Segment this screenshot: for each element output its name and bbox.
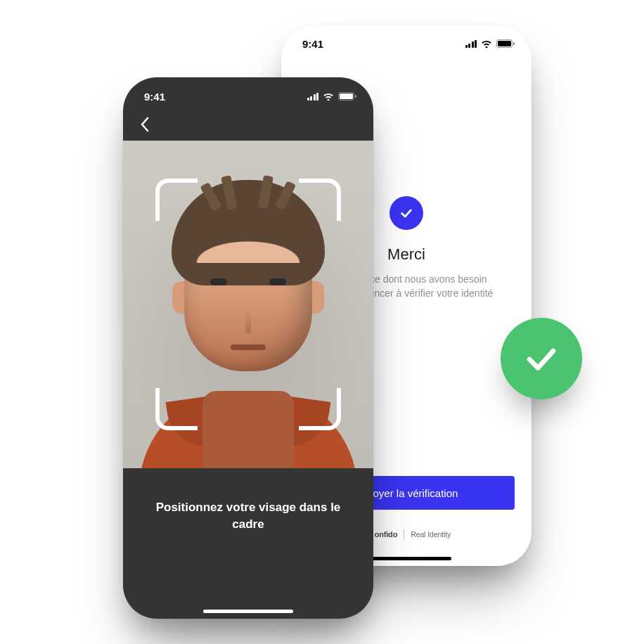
wifi-icon: [323, 92, 334, 101]
status-indicators: [465, 39, 515, 48]
status-bar: 9:41: [123, 77, 373, 108]
brand-divider: [404, 529, 404, 539]
face-frame-corner: [299, 388, 341, 430]
person-nose: [245, 309, 251, 333]
home-indicator: [361, 557, 451, 560]
stage: 9:41 Merci C'est tout ce dont nous avons…: [0, 0, 644, 644]
status-time: 9:41: [144, 91, 165, 103]
checkmark-icon: [521, 338, 562, 379]
capture-instruction-text: Positionnez votre visage dans le cadre: [123, 499, 373, 533]
cellular-icon: [307, 93, 319, 101]
status-bar: 9:41: [281, 25, 532, 56]
back-button[interactable]: [133, 112, 157, 136]
camera-viewfinder[interactable]: [123, 141, 373, 468]
face-frame-corner: [299, 179, 341, 221]
success-check-icon: [389, 196, 423, 230]
status-time: 9:41: [302, 38, 323, 50]
phone-face-capture: 9:41: [123, 77, 373, 619]
person-eye: [210, 278, 227, 285]
person-neck: [202, 391, 294, 468]
svg-rect-1: [498, 41, 511, 46]
battery-icon: [338, 92, 356, 101]
success-badge: [501, 318, 582, 399]
brand-name: onfido: [375, 530, 397, 539]
cellular-icon: [465, 40, 477, 48]
face-frame-corner: [155, 179, 198, 221]
chevron-left-icon: [140, 117, 150, 132]
person-mouth: [231, 344, 266, 350]
brand-tagline: Real Identity: [411, 530, 451, 539]
battery-icon: [496, 39, 515, 48]
confirmation-title: Merci: [387, 245, 425, 264]
status-indicators: [307, 92, 357, 101]
person-eye: [269, 278, 286, 285]
svg-rect-7: [355, 95, 356, 98]
svg-rect-6: [340, 94, 353, 99]
svg-rect-2: [513, 42, 515, 45]
face-frame-corner: [155, 388, 198, 430]
home-indicator: [203, 610, 293, 613]
nav-bar: [123, 108, 373, 141]
wifi-icon: [481, 39, 492, 48]
